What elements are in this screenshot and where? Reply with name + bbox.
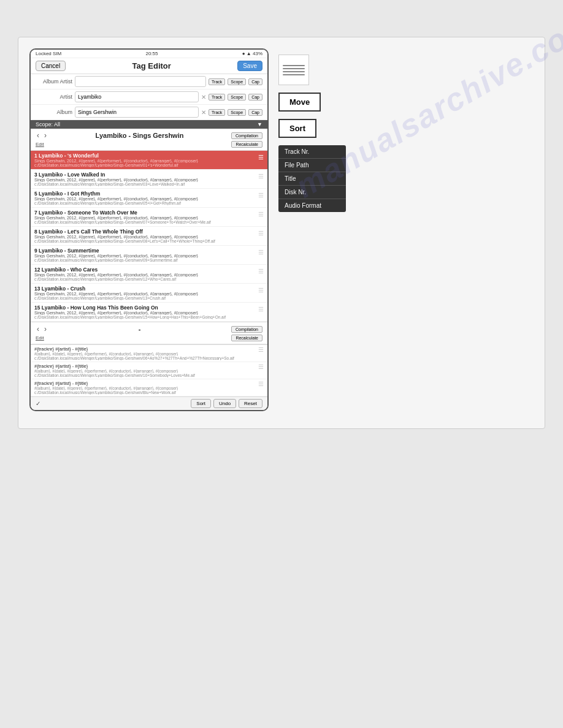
track-sub: Sings Gershwin, 2012, #{genre}, #{perfor… (34, 216, 256, 220)
sort-file-path[interactable]: File Path (278, 159, 346, 172)
track-drag-icon: ☰ (258, 154, 264, 161)
track-path: c:/DiskStation.local/music/Wenger/Lyambi… (34, 163, 256, 167)
album-nav: ‹ › (36, 131, 48, 140)
phone-area: Locked SIM 20:55 ● ▲ 43% Cancel Tag Edit… (29, 48, 269, 417)
checkmark-icon[interactable]: ✓ (36, 400, 40, 407)
lines-icon (279, 61, 308, 79)
recalculate-button[interactable]: Recalculate (231, 141, 262, 148)
panel-icon-box (278, 55, 309, 85)
album-artist-label: Album Artist (36, 78, 72, 85)
track-path: c:/DiskStation.local/music/Wenger/Lyambi… (34, 296, 256, 300)
compilation-button-2[interactable]: Compilation (231, 326, 262, 333)
scope-bar: Scope: All ▼ (31, 120, 267, 129)
track-title: 3 Lyambiko - Love Walked In (34, 172, 256, 178)
time-label: 20:55 (146, 51, 158, 56)
track-sub: Sings Gershwin, 2012, #{genre}, #{perfor… (34, 197, 256, 201)
album-artist-track-btn[interactable]: Track (209, 78, 225, 85)
compilation-button[interactable]: Compilation (231, 132, 262, 139)
track-drag-icon: ☰ (258, 173, 264, 180)
album-section-1: ‹ › Lyambiko - Sings Gershwin Compilatio… (31, 129, 267, 151)
format-template-row[interactable]: #{tracknr} #{artist} - #{title} #{album}… (31, 345, 267, 362)
track-content: 5 Lyambiko - I Got Rhythm Sings Gershwin… (34, 191, 256, 205)
artist-clear-icon[interactable]: ✕ (201, 94, 206, 100)
format-section: #{tracknr} #{artist} - #{title} #{album}… (31, 344, 267, 396)
album-scope-btn[interactable]: Scope (228, 109, 246, 116)
track-drag-icon: ☰ (258, 230, 264, 237)
album-artist-cap-btn[interactable]: Cap (248, 78, 262, 85)
track-title: 8 Lyambiko - Let's Call The Whole Thing … (34, 229, 256, 235)
artist-label: Artist (36, 94, 72, 100)
album-nav-2: ‹ › (36, 325, 48, 333)
track-content: 12 Lyambiko - Who Cares Sings Gershwin, … (34, 267, 256, 281)
album-artist-input[interactable] (75, 76, 206, 87)
album-clear-icon[interactable]: ✕ (201, 109, 206, 116)
sort-dropdown: Track Nr. File Path Title Disk Nr. Audio… (278, 145, 346, 212)
sort-button[interactable]: Sort (278, 119, 316, 138)
format-template-sub: #{album}, #{date}, #{genre}, #{performer… (34, 352, 256, 356)
reset-button[interactable]: Reset (239, 399, 262, 408)
main-card: Locked SIM 20:55 ● ▲ 43% Cancel Tag Edit… (18, 37, 545, 429)
field-row-album: Album ✕ Track Scope Cap (31, 105, 267, 120)
format-template-path: c:/DiskStation.local/music/Wenger/Lyambi… (34, 390, 256, 395)
track-sub: Sings Gershwin, 2012, #{genre}, #{perfor… (34, 235, 256, 239)
track-item[interactable]: 5 Lyambiko - I Got Rhythm Sings Gershwin… (31, 189, 267, 208)
album-track-btn[interactable]: Track (209, 109, 225, 116)
next-album-btn-2[interactable]: › (43, 325, 48, 333)
format-template-row[interactable]: #{tracknr} #{artist} - #{title} #{album}… (31, 362, 267, 379)
move-button[interactable]: Move (278, 93, 321, 112)
track-sub: Sings Gershwin, 2012, #{genre}, #{perfor… (34, 159, 256, 163)
track-title: 12 Lyambiko - Who Cares (34, 267, 256, 273)
format-drag-icon: ☰ (258, 346, 264, 353)
scope-icon: ▼ (257, 121, 262, 127)
header-title: Tag Editor (66, 61, 237, 70)
sort-title[interactable]: Title (278, 172, 346, 186)
format-template-path: c:/DiskStation.local/music/Wenger/Lyambi… (34, 356, 256, 360)
track-sub: Sings Gershwin, 2012, #{genre}, #{perfor… (34, 273, 256, 277)
format-template-row[interactable]: #{tracknr} #{artist} - #{title} #{album}… (31, 379, 267, 396)
track-path: c:/DiskStation.local/music/Wenger/Lyambi… (34, 277, 256, 281)
artist-scope-btn[interactable]: Scope (228, 94, 246, 100)
track-item[interactable]: 8 Lyambiko - Let's Call The Whole Thing … (31, 227, 267, 246)
track-path: c:/DiskStation.local/music/Wenger/Lyambi… (34, 258, 256, 262)
sort-disk-nr[interactable]: Disk Nr. (278, 186, 346, 199)
track-item[interactable]: 1 Lyambiko - 's Wonderful Sings Gershwin… (31, 151, 267, 170)
next-album-btn[interactable]: › (43, 131, 48, 140)
artist-cap-btn[interactable]: Cap (248, 94, 262, 100)
edit-button[interactable]: Edit (36, 142, 44, 147)
track-path: c:/DiskStation.local/music/Wenger/Lyambi… (34, 220, 256, 224)
undo-button[interactable]: Undo (213, 399, 236, 408)
track-path: c:/DiskStation.local/music/Wenger/Lyambi… (34, 239, 256, 243)
save-button[interactable]: Save (237, 61, 262, 71)
track-content: 9 Lyambiko - Summertime Sings Gershwin, … (34, 248, 256, 262)
format-drag-icon: ☰ (258, 363, 264, 370)
track-item[interactable]: 13 Lyambiko - Crush Sings Gershwin, 2012… (31, 284, 267, 303)
album-cap-btn[interactable]: Cap (248, 109, 262, 116)
signal-label: ● ▲ 43% (242, 51, 262, 56)
track-item[interactable]: 9 Lyambiko - Summertime Sings Gershwin, … (31, 246, 267, 265)
scope-label: Scope: All (36, 121, 60, 127)
track-item[interactable]: 15 Lyambiko - How Long Has This Been Goi… (31, 303, 267, 322)
sort-audio-format[interactable]: Audio Format (278, 199, 346, 212)
recalculate-button-2[interactable]: Recalculate (231, 335, 262, 341)
track-item[interactable]: 12 Lyambiko - Who Cares Sings Gershwin, … (31, 265, 267, 284)
track-content: 15 Lyambiko - How Long Has This Been Goi… (34, 305, 256, 319)
album-title-2: - (139, 325, 141, 333)
artist-input[interactable] (75, 91, 199, 102)
track-drag-icon: ☰ (258, 211, 264, 218)
sort-bottom-button[interactable]: Sort (191, 399, 211, 408)
cancel-button[interactable]: Cancel (36, 61, 66, 71)
prev-album-btn[interactable]: ‹ (36, 131, 40, 140)
album-artist-scope-btn[interactable]: Scope (228, 78, 246, 85)
track-drag-icon: ☰ (258, 268, 264, 275)
sort-track-nr[interactable]: Track Nr. (278, 145, 346, 159)
prev-album-btn-2[interactable]: ‹ (36, 325, 40, 333)
album-input[interactable] (75, 107, 199, 118)
edit-button-2[interactable]: Edit (36, 335, 44, 341)
track-content: 8 Lyambiko - Let's Call The Whole Thing … (34, 229, 256, 243)
format-template-text: #{tracknr} #{artist} - #{title} (34, 346, 256, 352)
artist-track-btn[interactable]: Track (209, 94, 225, 100)
status-bar: Locked SIM 20:55 ● ▲ 43% (31, 50, 267, 58)
track-item[interactable]: 3 Lyambiko - Love Walked In Sings Gershw… (31, 170, 267, 189)
track-item[interactable]: 7 Lyambiko - Someone To Watch Over Me Si… (31, 208, 267, 227)
carrier-label: Locked SIM (36, 51, 61, 56)
